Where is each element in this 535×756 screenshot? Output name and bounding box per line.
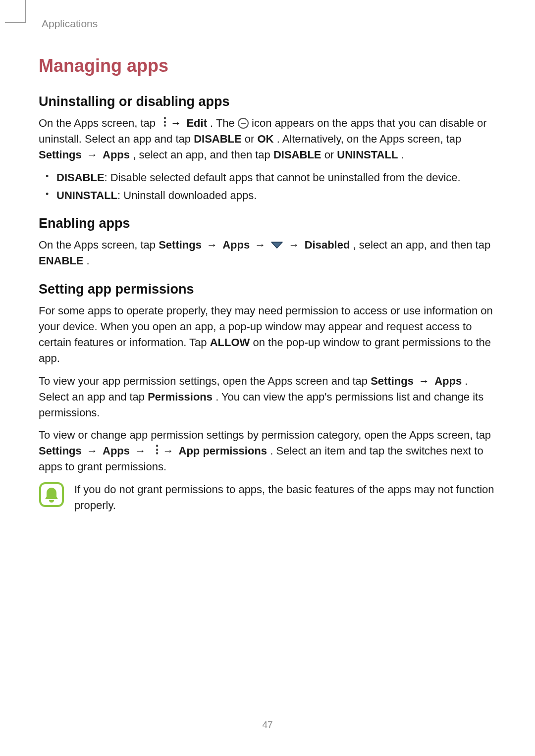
text: , select an app, and then tap [133, 149, 273, 161]
arrow-text: → [168, 117, 186, 129]
disable-label: DISABLE [194, 133, 242, 145]
arrow-text: → [287, 239, 305, 251]
heading-permissions: Setting app permissions [39, 282, 496, 297]
note-bell-icon [39, 482, 64, 507]
apps-label: Apps [222, 239, 250, 251]
more-options-icon [151, 445, 158, 456]
crop-mark [25, 0, 26, 23]
note-text: If you do not grant permissions to apps,… [74, 482, 496, 513]
text: . [87, 254, 90, 267]
settings-label: Settings [159, 239, 202, 251]
app-permissions-label: App permissions [179, 445, 267, 457]
para-perm1: For some apps to operate properly, they … [39, 303, 496, 366]
text: , select an app, and then tap [353, 239, 491, 251]
text: To view your app permission settings, op… [39, 375, 371, 387]
apps-label: Apps [103, 149, 130, 161]
text: . [401, 149, 404, 161]
text: . Alternatively, on the Apps screen, tap [277, 133, 462, 145]
disable-label: DISABLE [273, 149, 321, 161]
list-item: DISABLE: Disable selected default apps t… [39, 170, 496, 186]
allow-label: ALLOW [210, 336, 250, 349]
svg-marker-0 [271, 242, 282, 248]
uninstall-label: UNINSTALL [337, 149, 398, 161]
note-block: If you do not grant permissions to apps,… [39, 482, 496, 513]
edit-label: Edit [186, 117, 207, 129]
dropdown-icon [270, 241, 283, 249]
minus-circle-icon [238, 118, 249, 129]
text: . The [210, 117, 238, 129]
para-enable: On the Apps screen, tap Settings → Apps … [39, 237, 496, 269]
heading-enable: Enabling apps [39, 216, 496, 231]
text: or [324, 149, 337, 161]
settings-label: Settings [371, 375, 414, 387]
page-title: Managing apps [39, 55, 496, 76]
settings-label: Settings [39, 445, 82, 457]
text: To view or change app permission setting… [39, 429, 491, 441]
arrow-text: → [85, 149, 103, 161]
apps-label: Apps [434, 375, 462, 387]
arrow-text: → [205, 239, 222, 251]
bullet-list: DISABLE: Disable selected default apps t… [39, 170, 496, 203]
text: or [245, 133, 258, 145]
arrow-text: → [85, 445, 103, 457]
bullet-text: : Uninstall downloaded apps. [117, 189, 257, 202]
disabled-label: Disabled [305, 239, 350, 251]
arrow-text: → [133, 445, 151, 457]
permissions-label: Permissions [148, 391, 213, 403]
enable-label: ENABLE [39, 254, 83, 267]
bullet-label: DISABLE [56, 171, 105, 184]
para-perm2: To view your app permission settings, op… [39, 373, 496, 421]
para-uninstall: On the Apps screen, tap → Edit . The ico… [39, 115, 496, 163]
heading-uninstall: Uninstalling or disabling apps [39, 94, 496, 109]
page-content: Applications Managing apps Uninstalling … [0, 0, 535, 513]
list-item: UNINSTALL: Uninstall downloaded apps. [39, 188, 496, 203]
arrow-text: → [253, 239, 270, 251]
apps-label: Apps [103, 445, 130, 457]
settings-label: Settings [39, 149, 82, 161]
para-perm3: To view or change app permission setting… [39, 427, 496, 475]
text: On the Apps screen, tap [39, 239, 159, 251]
section-label: Applications [42, 18, 496, 30]
bullet-text: : Disable selected default apps that can… [105, 171, 461, 184]
page-number: 47 [0, 719, 535, 730]
arrow-text: → [417, 375, 434, 387]
ok-label: OK [258, 133, 274, 145]
text: On the Apps screen, tap [39, 117, 159, 129]
bullet-label: UNINSTALL [56, 189, 117, 202]
arrow-text: → [160, 445, 178, 457]
more-options-icon [159, 117, 165, 128]
